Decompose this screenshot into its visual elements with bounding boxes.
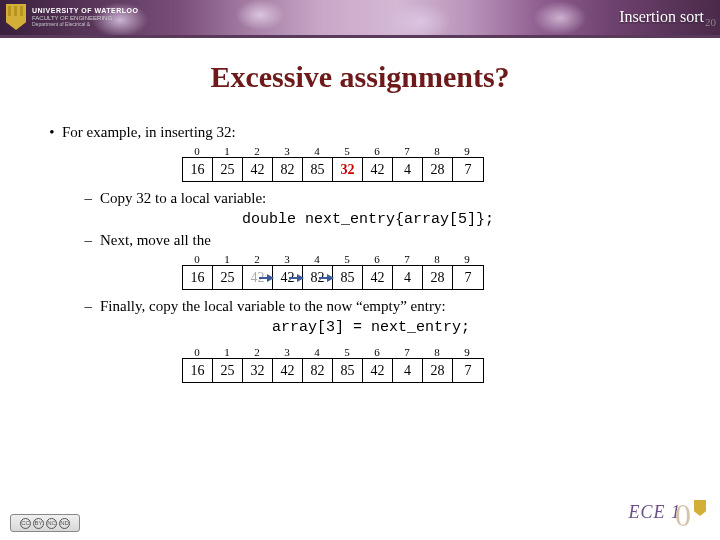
shield-icon [6, 4, 26, 30]
index-cell: 0 [182, 346, 212, 358]
bullet-sub2: – Next, move all the [70, 232, 678, 249]
value-cell: 28 [423, 359, 453, 382]
org-line4: Department of Electrical & [32, 21, 90, 27]
array-1: 0123456789 162542828532424287 [182, 145, 678, 182]
value-cell: 25 [213, 266, 243, 289]
value-cell: 42 [243, 266, 273, 289]
value-cell: 85 [333, 266, 363, 289]
index-cell: 6 [362, 346, 392, 358]
value-cell: 28 [423, 158, 453, 181]
value-cell: 42 [363, 158, 393, 181]
index-cell: 8 [422, 253, 452, 265]
value-cell: 25 [213, 158, 243, 181]
slide-content: • For example, in inserting 32: 01234567… [0, 94, 720, 383]
org-line2: WATERLOO [95, 7, 139, 14]
value-cell: 7 [453, 266, 483, 289]
value-cell: 7 [453, 158, 483, 181]
index-cell: 7 [392, 145, 422, 157]
index-cell: 6 [362, 253, 392, 265]
bullet-main: • For example, in inserting 32: [42, 124, 678, 141]
slide-title: Excessive assignments? [0, 60, 720, 94]
code-line-1: double next_entry{array[5]}; [242, 211, 678, 228]
slide-number: 20 [705, 16, 716, 28]
cc-nc-icon: NC [46, 518, 57, 529]
index-cell: 9 [452, 145, 482, 157]
code-line-2: array[3] = next_entry; [272, 319, 678, 336]
dash-icon: – [70, 232, 100, 249]
org-line1: UNIVERSITY OF [32, 7, 92, 14]
index-cell: 3 [272, 346, 302, 358]
index-cell: 4 [302, 346, 332, 358]
index-cell: 0 [182, 253, 212, 265]
index-cell: 4 [302, 253, 332, 265]
header-topic: Insertion sort [619, 8, 704, 26]
course-prefix: ECE 1 [629, 502, 682, 522]
bullet-sub1: – Copy 32 to a local variable: [70, 190, 678, 207]
header-band: UNIVERSITY OF WATERLOO FACULTY OF ENGINE… [0, 0, 720, 38]
value-cell: 42 [243, 158, 273, 181]
index-cell: 1 [212, 145, 242, 157]
cc-license-badge: CC BY NC ND [10, 514, 80, 532]
index-cell: 2 [242, 346, 272, 358]
index-cell: 9 [452, 253, 482, 265]
value-cell: 82 [303, 266, 333, 289]
value-cell: 42 [273, 266, 303, 289]
bullet-sub3: – Finally, copy the local variable to th… [70, 298, 678, 315]
bullet-sub2-text: Next, move all the [100, 232, 211, 249]
index-cell: 1 [212, 253, 242, 265]
value-cell: 85 [303, 158, 333, 181]
value-cell: 82 [273, 158, 303, 181]
university-logo: UNIVERSITY OF WATERLOO FACULTY OF ENGINE… [6, 4, 138, 30]
bullet-sub3-text: Finally, copy the local variable to the … [100, 298, 446, 315]
array-3: 0123456789 162532428285424287 [182, 346, 678, 383]
footer-shield-icon [694, 500, 706, 516]
value-cell: 16 [183, 266, 213, 289]
index-cell: 7 [392, 346, 422, 358]
index-cell: 0 [182, 145, 212, 157]
index-cell: 2 [242, 145, 272, 157]
cc-by-icon: BY [33, 518, 44, 529]
value-cell: 32 [333, 158, 363, 181]
index-cell: 1 [212, 346, 242, 358]
cc-nd-icon: ND [59, 518, 70, 529]
index-cell: 3 [272, 145, 302, 157]
footer-course-logo: ECE 10 [629, 497, 707, 534]
value-cell: 16 [183, 158, 213, 181]
value-cell: 42 [363, 359, 393, 382]
index-cell: 6 [362, 145, 392, 157]
index-cell: 8 [422, 145, 452, 157]
value-cell: 25 [213, 359, 243, 382]
university-text: UNIVERSITY OF WATERLOO FACULTY OF ENGINE… [32, 7, 138, 27]
value-cell: 42 [273, 359, 303, 382]
bullet-dot-icon: • [42, 124, 62, 141]
value-cell: 42 [363, 266, 393, 289]
value-cell: 32 [243, 359, 273, 382]
array-2: 0123456789 162542428285424287 [182, 253, 678, 290]
index-cell: 5 [332, 253, 362, 265]
index-cell: 8 [422, 346, 452, 358]
value-cell: 16 [183, 359, 213, 382]
course-big-digit: 0 [675, 497, 692, 533]
index-cell: 5 [332, 145, 362, 157]
index-cell: 2 [242, 253, 272, 265]
value-cell: 82 [303, 359, 333, 382]
index-cell: 5 [332, 346, 362, 358]
bullet-sub1-text: Copy 32 to a local variable: [100, 190, 266, 207]
dash-icon: – [70, 190, 100, 207]
value-cell: 4 [393, 158, 423, 181]
index-cell: 7 [392, 253, 422, 265]
cc-icon: CC [20, 518, 31, 529]
index-cell: 3 [272, 253, 302, 265]
value-cell: 85 [333, 359, 363, 382]
index-cell: 4 [302, 145, 332, 157]
dash-icon: – [70, 298, 100, 315]
value-cell: 4 [393, 266, 423, 289]
index-cell: 9 [452, 346, 482, 358]
bullet-main-text: For example, in inserting 32: [62, 124, 236, 141]
value-cell: 28 [423, 266, 453, 289]
value-cell: 7 [453, 359, 483, 382]
value-cell: 4 [393, 359, 423, 382]
